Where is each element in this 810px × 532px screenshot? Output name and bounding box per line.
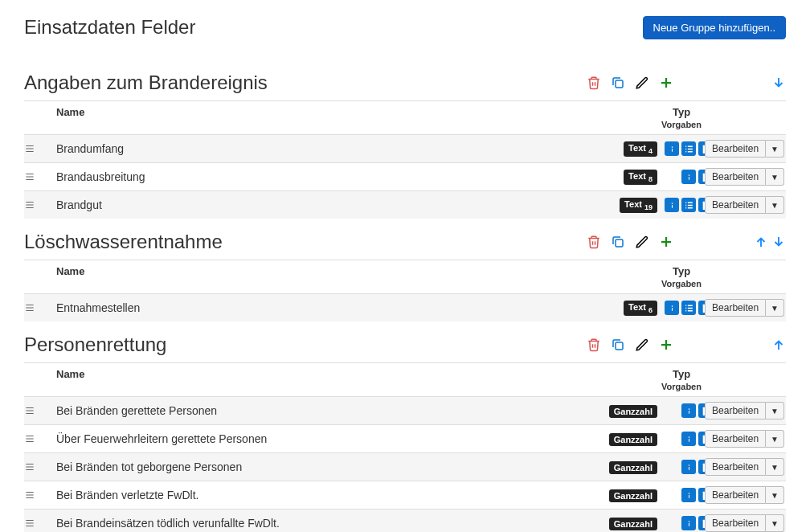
drag-handle-icon[interactable] <box>24 199 48 211</box>
field-row: Über Feuerwehrleitern gerettete Personen… <box>24 424 786 452</box>
delete-group-icon[interactable] <box>587 338 601 352</box>
info-flag-icon <box>665 198 679 212</box>
field-row: Brandgut Text 19 Bearbeiten ▼ <box>24 190 786 219</box>
field-row: Brandumfang Text 4 Bearbeiten ▼ <box>24 134 786 162</box>
column-header-name: Name <box>24 368 577 391</box>
column-header-vorgaben: Vorgaben <box>661 120 702 129</box>
field-name: Entnahmestellen <box>48 301 577 314</box>
field-group: Löschwasserentnahme Name Typ Vorgaben En… <box>24 231 786 321</box>
list-flag-icon <box>681 141 696 156</box>
copy-group-icon[interactable] <box>611 338 625 352</box>
edit-dropdown-button[interactable]: ▼ <box>766 430 784 448</box>
field-row: Bei Bränden gerettete Personen Ganzzahl … <box>24 396 786 424</box>
add-field-icon[interactable] <box>659 235 673 249</box>
field-type-badge: Text 19 <box>577 197 657 213</box>
field-group: Personenrettung Name Typ Vorgaben Bei Br… <box>24 334 786 532</box>
drag-handle-icon[interactable] <box>24 405 48 416</box>
field-name: Bei Brandeinsätzen tödlich verunfallte F… <box>48 517 577 530</box>
field-name: Bei Bränden tot geborgene Personen <box>48 460 577 473</box>
field-row: Bei Brandeinsätzen tödlich verunfallte F… <box>24 509 786 532</box>
field-type-badge: Ganzzahl <box>577 460 657 474</box>
drag-handle-icon[interactable] <box>24 518 48 529</box>
edit-button[interactable]: Bearbeiten <box>705 486 766 504</box>
edit-button[interactable]: Bearbeiten <box>705 402 766 419</box>
field-row: Bei Bränden verletzte FwDlt. Ganzzahl Be… <box>24 481 786 509</box>
add-field-icon[interactable] <box>659 338 673 352</box>
copy-group-icon[interactable] <box>611 235 625 249</box>
list-flag-icon <box>681 301 696 315</box>
column-header-vorgaben: Vorgaben <box>661 279 702 289</box>
drag-handle-icon[interactable] <box>24 171 48 182</box>
column-header-name: Name <box>24 265 577 289</box>
column-header-typ: Typ <box>673 368 690 380</box>
edit-button[interactable]: Bearbeiten <box>705 514 766 532</box>
edit-dropdown-button[interactable]: ▼ <box>766 196 784 214</box>
add-field-icon[interactable] <box>659 76 673 90</box>
info-flag-icon <box>681 432 696 446</box>
field-name: Bei Bränden gerettete Personen <box>48 404 577 417</box>
drag-handle-icon[interactable] <box>24 461 48 473</box>
edit-dropdown-button[interactable]: ▼ <box>766 299 784 317</box>
edit-dropdown-button[interactable]: ▼ <box>766 514 784 532</box>
field-row: Bei Bränden tot geborgene Personen Ganzz… <box>24 452 786 481</box>
edit-button[interactable]: Bearbeiten <box>705 430 766 448</box>
move-up-icon[interactable] <box>771 338 786 352</box>
info-flag-icon <box>681 488 696 502</box>
edit-dropdown-button[interactable]: ▼ <box>766 168 784 186</box>
edit-dropdown-button[interactable]: ▼ <box>766 402 784 419</box>
field-type-badge: Text 6 <box>577 300 657 316</box>
field-type-badge: Text 4 <box>577 141 657 157</box>
delete-group-icon[interactable] <box>587 235 601 249</box>
edit-group-icon[interactable] <box>635 76 649 90</box>
field-type-badge: Ganzzahl <box>577 489 657 502</box>
field-name: Über Feuerwehrleitern gerettete Personen <box>48 432 577 445</box>
field-row: Brandausbreitung Text 8 Bearbeiten ▼ <box>24 162 786 190</box>
edit-button[interactable]: Bearbeiten <box>705 458 766 476</box>
edit-dropdown-button[interactable]: ▼ <box>766 458 784 476</box>
info-flag-icon <box>681 516 696 530</box>
drag-handle-icon[interactable] <box>24 302 48 313</box>
list-flag-icon <box>681 198 696 212</box>
add-group-button[interactable]: Neue Gruppe hinzufügen.. <box>643 16 787 39</box>
page-title: Einsatzdaten Felder <box>24 16 195 39</box>
edit-dropdown-button[interactable]: ▼ <box>766 140 784 158</box>
info-flag-icon <box>681 460 696 474</box>
field-type-badge: Ganzzahl <box>577 517 657 530</box>
edit-button[interactable]: Bearbeiten <box>705 168 766 186</box>
edit-dropdown-button[interactable]: ▼ <box>766 486 784 504</box>
edit-button[interactable]: Bearbeiten <box>705 140 766 158</box>
drag-handle-icon[interactable] <box>24 143 48 154</box>
drag-handle-icon[interactable] <box>24 433 48 444</box>
info-flag-icon <box>681 403 696 418</box>
field-type-badge: Ganzzahl <box>577 432 657 446</box>
column-header-vorgaben: Vorgaben <box>661 382 702 391</box>
field-name: Brandumfang <box>48 142 577 155</box>
group-title: Personenrettung <box>24 334 166 356</box>
info-flag-icon <box>665 141 679 156</box>
edit-group-icon[interactable] <box>635 338 649 352</box>
field-name: Bei Bränden verletzte FwDlt. <box>48 489 577 501</box>
column-header-typ: Typ <box>673 265 690 277</box>
group-title: Löschwasserentnahme <box>24 231 223 253</box>
field-type-badge: Ganzzahl <box>577 404 657 418</box>
field-type-badge: Text 8 <box>577 169 657 185</box>
info-flag-icon <box>665 301 679 315</box>
delete-group-icon[interactable] <box>587 76 601 90</box>
move-down-icon[interactable] <box>771 235 786 249</box>
edit-button[interactable]: Bearbeiten <box>705 196 766 214</box>
edit-group-icon[interactable] <box>635 235 649 249</box>
info-flag-icon <box>681 170 696 184</box>
copy-group-icon[interactable] <box>611 76 625 90</box>
group-title: Angaben zum Brandereignis <box>24 72 268 94</box>
field-name: Brandausbreitung <box>48 170 577 183</box>
field-name: Brandgut <box>48 198 577 211</box>
column-header-typ: Typ <box>673 106 690 118</box>
field-group: Angaben zum Brandereignis Name Typ Vorga… <box>24 72 786 219</box>
move-up-icon[interactable] <box>754 235 768 249</box>
move-down-icon[interactable] <box>771 76 786 90</box>
drag-handle-icon[interactable] <box>24 489 48 501</box>
column-header-name: Name <box>24 106 577 129</box>
field-row: Entnahmestellen Text 6 Bearbeiten ▼ <box>24 293 786 321</box>
edit-button[interactable]: Bearbeiten <box>705 299 766 317</box>
